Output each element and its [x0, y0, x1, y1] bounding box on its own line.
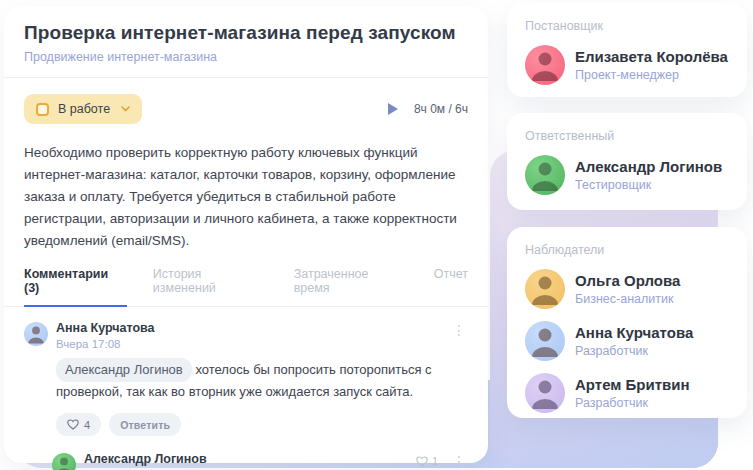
- like-count: 1: [432, 455, 438, 467]
- tab-bar: Комментарии (3) История изменений Затрач…: [4, 267, 488, 307]
- member-role: Бизнес-аналитик: [575, 292, 680, 306]
- comment-author: Александр Логинов: [84, 452, 468, 466]
- member-row[interactable]: Елизавета Королёва Проект-менеджер: [525, 45, 729, 85]
- avatar: [52, 453, 76, 470]
- kebab-menu-icon[interactable]: ⋮: [450, 323, 468, 337]
- member-name: Ольга Орлова: [575, 272, 680, 289]
- member-role: Проект-менеджер: [575, 68, 728, 82]
- comment-item: Александр Логинов Сегодня 12:40 1 ⋮ Изви…: [52, 452, 468, 470]
- comment-text: Александр Логинов хотелось бы попросить …: [56, 358, 468, 402]
- reply-button[interactable]: Ответить: [109, 413, 181, 436]
- like-button[interactable]: 4: [56, 413, 101, 436]
- member-name: Артем Бритвин: [575, 376, 690, 393]
- status-checkbox-icon: [36, 103, 49, 116]
- member-row[interactable]: Александр Логинов Тестировщик: [525, 155, 729, 195]
- page-title: Проверка интернет-магазина перед запуско…: [24, 22, 468, 44]
- tab-report[interactable]: Отчет: [434, 267, 468, 306]
- member-role: Разработчик: [575, 344, 693, 358]
- timer: 8ч 0м / 6ч: [388, 102, 468, 116]
- kebab-menu-icon[interactable]: ⋮: [450, 454, 468, 468]
- card-assignee: Ответственный Александр Логинов Тестиров…: [507, 113, 747, 210]
- avatar: [525, 321, 565, 361]
- comment-author: Анна Курчатова: [56, 321, 468, 335]
- avatar: [525, 155, 565, 195]
- card-label: Ответственный: [525, 129, 729, 143]
- member-role: Тестировщик: [575, 178, 722, 192]
- card-assigner: Постановщик Елизавета Королёва Проект-ме…: [507, 3, 747, 97]
- tab-comments[interactable]: Комментарии (3): [24, 267, 127, 307]
- like-count: 4: [84, 419, 90, 431]
- comments-list: Анна Курчатова Вчера 17:08 ⋮ Александр Л…: [24, 307, 468, 470]
- status-select[interactable]: В работе: [24, 94, 142, 124]
- avatar: [24, 322, 48, 346]
- card-label: Наблюдатели: [525, 243, 729, 257]
- time-spent-label: 8ч 0м / 6ч: [414, 102, 468, 116]
- member-row[interactable]: Ольга Орлова Бизнес-аналитик: [525, 269, 729, 309]
- tab-history[interactable]: История изменений: [153, 267, 268, 306]
- project-link[interactable]: Продвижение интернет-магазина: [24, 50, 468, 64]
- member-row[interactable]: Анна Курчатова Разработчик: [525, 321, 729, 361]
- comment-item: Анна Курчатова Вчера 17:08 ⋮ Александр Л…: [24, 321, 468, 436]
- avatar: [525, 373, 565, 413]
- task-description: Необходимо проверить корректную работу к…: [24, 142, 476, 252]
- member-name: Елизавета Королёва: [575, 48, 728, 65]
- chevron-down-icon: [121, 106, 130, 112]
- play-icon[interactable]: [388, 103, 398, 115]
- member-role: Разработчик: [575, 396, 690, 410]
- member-row[interactable]: Артем Бритвин Разработчик: [525, 373, 729, 413]
- mention-chip[interactable]: Александр Логинов: [56, 358, 192, 382]
- task-header: Проверка интернет-магазина перед запуско…: [4, 6, 488, 77]
- card-label: Постановщик: [525, 19, 729, 33]
- avatar: [525, 45, 565, 85]
- status-label: В работе: [58, 102, 110, 116]
- tab-time-tracking[interactable]: Затраченное время: [294, 267, 408, 306]
- member-name: Анна Курчатова: [575, 324, 693, 341]
- comment-timestamp: Вчера 17:08: [56, 338, 468, 350]
- avatar: [525, 269, 565, 309]
- task-card: Проверка интернет-магазина перед запуско…: [4, 6, 488, 463]
- card-watchers: Наблюдатели Ольга Орлова Бизнес-аналитик…: [507, 227, 747, 418]
- like-button[interactable]: 1: [416, 455, 438, 467]
- member-name: Александр Логинов: [575, 158, 722, 175]
